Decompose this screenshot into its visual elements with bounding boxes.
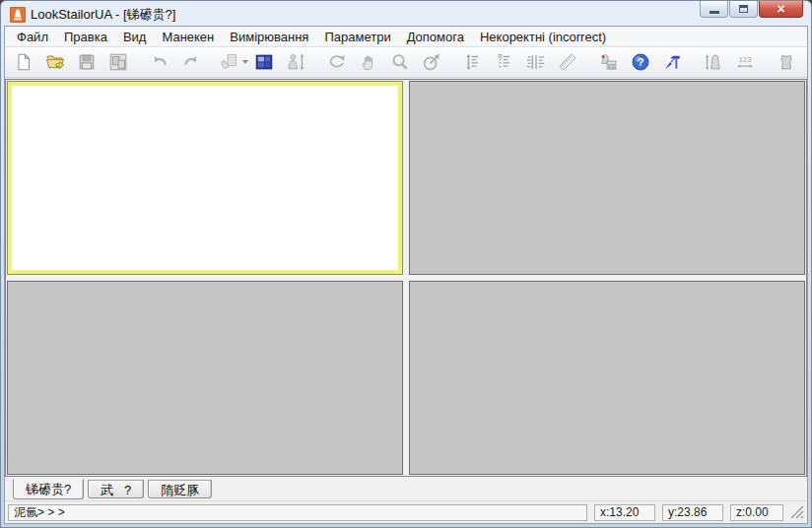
save-project-button[interactable] <box>104 49 132 76</box>
menu-item[interactable]: Файл <box>9 28 56 46</box>
svg-text:?: ? <box>638 56 644 68</box>
status-bar: 泥氤> > > x:13.20 y:23.86 z:0.00 <box>5 500 807 523</box>
minimize-button[interactable] <box>700 1 728 18</box>
document-tab-bar: 锑礤贵?武 ?隋贬豚 <box>5 477 807 500</box>
zoom-magnifier-icon <box>389 51 411 73</box>
svg-text:123: 123 <box>739 55 752 64</box>
close-button[interactable]: × <box>759 1 803 18</box>
mannequin-measure-button[interactable] <box>700 49 727 76</box>
status-message: 泥氤> > > <box>8 504 587 521</box>
pan-hand-icon <box>358 51 379 73</box>
toolbar: ?123 <box>5 47 807 78</box>
zoom-magnifier-button[interactable] <box>386 49 414 76</box>
app-logo-icon <box>10 7 26 23</box>
undo-icon <box>149 51 170 73</box>
layout-grid-icon <box>253 51 275 73</box>
measure-segments-icon <box>494 51 515 73</box>
mannequin-export-icon <box>598 51 620 73</box>
menu-item[interactable]: Правка <box>56 28 115 46</box>
new-document-button[interactable] <box>10 49 37 76</box>
viewport-workspace <box>5 79 807 477</box>
menu-item[interactable]: Параметри <box>316 28 398 46</box>
status-coordinate-x: x:13.20 <box>594 504 655 521</box>
mannequin-measure-icon <box>703 51 724 73</box>
numbers-123-button[interactable]: 123 <box>731 49 759 76</box>
tools-button[interactable] <box>658 49 686 76</box>
minimize-icon <box>710 11 719 14</box>
measure-vertical-button[interactable] <box>459 49 487 76</box>
title-bar[interactable]: LookStailorUA - [锑礤贵?] × <box>4 1 808 26</box>
rotate-button[interactable] <box>323 49 351 76</box>
viewport-bottom-right[interactable] <box>409 281 805 475</box>
status-coordinate-z: z:0.00 <box>730 504 783 521</box>
client-area: ФайлПравкаВидМанекенВимірюванняПараметри… <box>4 26 808 524</box>
open-folder-icon <box>44 51 66 73</box>
document-tab[interactable]: 武 ? <box>88 480 144 498</box>
save-icon <box>76 51 98 73</box>
app-window: LookStailorUA - [锑礤贵?] × ФайлПравкаВидМа… <box>0 0 812 528</box>
drag-page-icon <box>218 51 239 73</box>
measure-segments-button[interactable] <box>491 49 518 76</box>
viewport-top-left[interactable] <box>7 81 403 275</box>
viewport-top-right[interactable] <box>409 81 805 275</box>
menu-item[interactable]: Некоректні (incorrect) <box>472 28 614 46</box>
mannequin-height-icon <box>285 51 306 73</box>
redo-button[interactable] <box>177 49 205 76</box>
maximize-icon <box>739 5 748 13</box>
menu-item[interactable]: Допомога <box>399 28 472 46</box>
ruler-icon <box>557 51 578 73</box>
undo-button[interactable] <box>146 49 173 76</box>
body-front-button[interactable] <box>773 49 800 76</box>
resize-grip[interactable] <box>790 505 804 519</box>
measure-compare-button[interactable] <box>522 49 550 76</box>
zoom-extents-button[interactable] <box>418 49 445 76</box>
document-tab[interactable]: 锑礤贵? <box>13 479 84 499</box>
rotate-icon <box>326 51 348 73</box>
drag-page-button[interactable] <box>219 49 246 76</box>
pan-hand-button[interactable] <box>355 49 382 76</box>
new-document-icon <box>13 51 34 73</box>
ruler-button[interactable] <box>554 49 581 76</box>
help-button[interactable]: ? <box>627 49 654 76</box>
zoom-extents-icon <box>421 51 442 73</box>
measure-vertical-icon <box>462 51 484 73</box>
mannequin-height-button[interactable] <box>282 49 309 76</box>
body-front-icon <box>776 51 797 73</box>
body-back-button[interactable] <box>804 49 812 76</box>
window-title: LookStailorUA - [锑礤贵?] <box>31 6 175 24</box>
menu-bar: ФайлПравкаВидМанекенВимірюванняПараметри… <box>5 27 807 47</box>
viewport-bottom-left[interactable] <box>7 281 403 475</box>
help-icon: ? <box>630 51 651 73</box>
tools-icon <box>661 51 683 73</box>
body-back-icon <box>807 51 812 73</box>
window-controls: × <box>699 1 803 18</box>
menu-item[interactable]: Вид <box>115 28 155 46</box>
numbers-123-icon: 123 <box>734 51 756 73</box>
status-coordinate-y: y:23.86 <box>662 504 723 521</box>
save-button[interactable] <box>73 49 101 76</box>
maximize-button[interactable] <box>729 1 758 18</box>
redo-icon <box>180 51 202 73</box>
mannequin-export-button[interactable] <box>595 49 623 76</box>
open-folder-button[interactable] <box>41 49 69 76</box>
menu-item[interactable]: Манекен <box>154 28 222 46</box>
document-tab[interactable]: 隋贬豚 <box>148 480 212 498</box>
layout-grid-button[interactable] <box>250 49 278 76</box>
close-icon: × <box>777 1 784 17</box>
measure-compare-icon <box>525 51 547 73</box>
save-project-icon <box>107 51 129 73</box>
menu-item[interactable]: Вимірювання <box>222 28 316 46</box>
dropdown-caret-icon[interactable] <box>242 60 248 64</box>
